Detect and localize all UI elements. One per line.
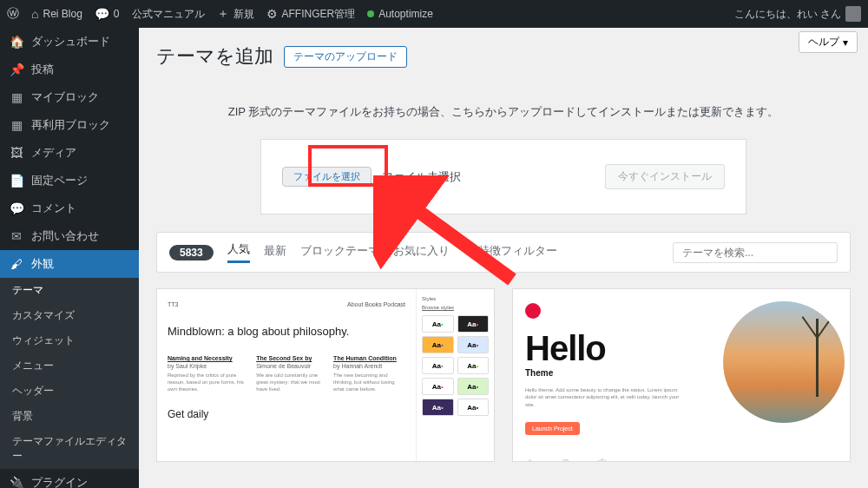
pin-icon: 📌 <box>9 63 24 76</box>
autoptimize-link[interactable]: Autoptimize <box>367 8 433 20</box>
site-link[interactable]: ⌂Rei Blog <box>31 7 82 21</box>
upload-box: ファイルを選択 ファイル未選択 今すぐインストール <box>260 139 746 214</box>
block-icon: ▦ <box>9 90 24 104</box>
comment-count: 0 <box>114 8 120 20</box>
site-name: Rei Blog <box>43 8 82 20</box>
blocks-icon: ▦ <box>9 118 24 132</box>
submenu-background[interactable]: 背景 <box>0 404 139 429</box>
sidebar-item-comments[interactable]: 💬コメント <box>0 195 139 222</box>
sidebar-item-posts[interactable]: 📌投稿 <box>0 56 139 83</box>
submenu-widgets[interactable]: ウィジェット <box>0 328 139 353</box>
sidebar-item-appearance[interactable]: 🖌外観 <box>0 250 139 278</box>
comments-link[interactable]: 💬0 <box>95 7 120 21</box>
chevron-down-icon: ▾ <box>843 36 848 49</box>
gear-icon: ⚙ <box>464 244 474 257</box>
sidebar-item-media[interactable]: 🖾メディア <box>0 139 139 167</box>
page-title: テーマを追加 <box>156 43 273 69</box>
avatar-icon <box>845 6 861 22</box>
submenu-editor[interactable]: テーマファイルエディター <box>0 429 139 469</box>
admin-sidebar: 🏠ダッシュボード 📌投稿 ▦マイブロック ▦再利用ブロック 🖾メディア 📄固定ペ… <box>0 28 139 488</box>
comment-icon: 💬 <box>95 7 109 21</box>
admin-bar: ⓦ ⌂Rei Blog 💬0 公式マニュアル ＋新規 ⚙AFFINGER管理 A… <box>0 0 868 28</box>
sidebar-item-dashboard[interactable]: 🏠ダッシュボード <box>0 28 139 56</box>
mail-icon: ✉ <box>9 229 24 243</box>
file-select-button[interactable]: ファイルを選択 <box>282 167 372 187</box>
upload-section: ZIP 形式のテーマファイルをお持ちの場合、こちらからアップロードしてインストー… <box>156 104 851 214</box>
hello-cta: Launch Project <box>525 422 580 435</box>
location-icon: ◇ <box>525 456 535 462</box>
sidebar-item-contact[interactable]: ✉お問い合わせ <box>0 222 139 250</box>
submenu-customize[interactable]: カスタマイズ <box>0 303 139 328</box>
hello-hero-image <box>723 301 845 423</box>
sidebar-item-reusable[interactable]: ▦再利用ブロック <box>0 111 139 139</box>
theme-filter-bar: 5833 人気 最新 ブロックテーマ お気に入り ⚙特徴フィルター <box>156 232 851 273</box>
hello-title: Hello <box>525 329 681 368</box>
sidebar-item-pages[interactable]: 📄固定ページ <box>0 167 139 195</box>
home-icon: ⌂ <box>31 7 38 21</box>
media-icon: 🖾 <box>9 146 24 160</box>
plugin-icon: 🔌 <box>9 476 24 488</box>
appearance-submenu: テーマ カスタマイズ ウィジェット メニュー ヘッダー 背景 テーマファイルエデ… <box>0 278 139 469</box>
greeting-text: こんにちは、れい さん <box>734 7 841 22</box>
page-icon: 📄 <box>9 174 24 188</box>
dashboard-icon: 🏠 <box>9 35 24 49</box>
install-now-button[interactable]: 今すぐインストール <box>605 164 725 189</box>
wordpress-icon: ⓦ <box>7 6 19 22</box>
globe-icon: ⊕ <box>561 456 571 462</box>
theme-search-input[interactable] <box>673 242 838 263</box>
sidebar-item-plugins[interactable]: 🔌プラグイン <box>0 469 139 488</box>
elementor-icon <box>525 303 541 319</box>
upload-theme-button[interactable]: テーマのアップロード <box>284 46 407 68</box>
theme-card-hello[interactable]: Hello Theme Hello theme. Add some beauty… <box>512 288 851 462</box>
submenu-menus[interactable]: メニュー <box>0 353 139 379</box>
plus-icon: ＋ <box>217 6 229 22</box>
theme-headline: Mindblown: a blog about philosophy. <box>168 325 405 338</box>
file-status: ファイル未選択 <box>382 169 461 185</box>
theme-card-twentytwentythree[interactable]: TT3About Books Podcast Mindblown: a blog… <box>156 288 495 462</box>
new-link[interactable]: ＋新規 <box>217 6 254 22</box>
sidebar-item-myblock[interactable]: ▦マイブロック <box>0 83 139 111</box>
account-link[interactable]: こんにちは、れい さん <box>734 6 861 22</box>
comments-icon: 💬 <box>9 201 24 215</box>
status-dot-icon <box>367 10 374 17</box>
upload-instruction: ZIP 形式のテーマファイルをお持ちの場合、こちらからアップロードしてインストー… <box>156 104 851 120</box>
snowflake-icon: ❄ <box>597 456 608 462</box>
filter-block-themes[interactable]: ブロックテーマ <box>300 243 379 262</box>
gear-icon: ⚙ <box>266 7 278 21</box>
main-content: ヘルプ▾ テーマを追加 テーマのアップロード ZIP 形式のテーマファイルをお持… <box>139 28 868 488</box>
manual-link[interactable]: 公式マニュアル <box>132 7 205 22</box>
brush-icon: 🖌 <box>9 257 24 271</box>
filter-popular[interactable]: 人気 <box>227 241 250 263</box>
filter-favorites[interactable]: お気に入り <box>393 243 450 262</box>
wp-logo[interactable]: ⓦ <box>7 6 19 22</box>
submenu-themes[interactable]: テーマ <box>0 278 139 303</box>
affinger-link[interactable]: ⚙AFFINGER管理 <box>266 7 356 22</box>
feature-filter[interactable]: ⚙特徴フィルター <box>464 243 557 262</box>
theme-grid: TT3About Books Podcast Mindblown: a blog… <box>156 288 851 462</box>
submenu-header[interactable]: ヘッダー <box>0 379 139 404</box>
theme-count-badge: 5833 <box>169 245 214 260</box>
help-tab[interactable]: ヘルプ▾ <box>799 31 858 53</box>
filter-latest[interactable]: 最新 <box>264 243 286 262</box>
